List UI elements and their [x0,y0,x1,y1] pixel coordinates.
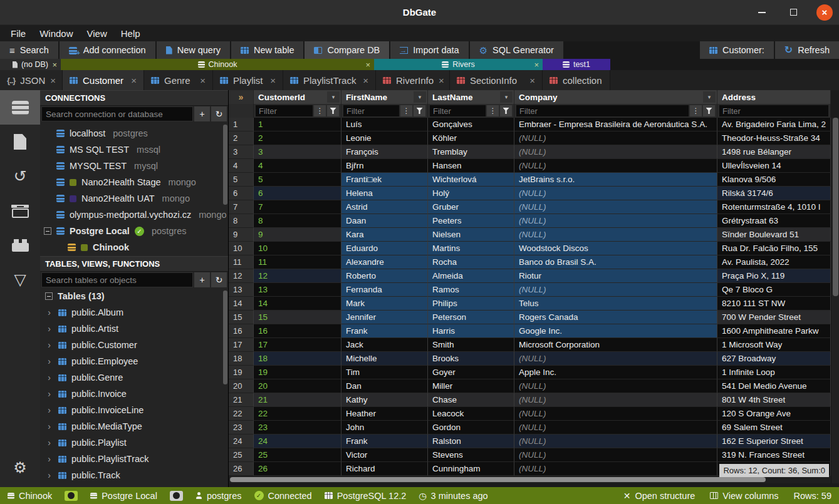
column-header-firstname[interactable]: FirstName▾ [341,90,428,104]
connections-scrollbar-thumb[interactable] [223,125,227,205]
filter-funnel-button[interactable] [703,105,715,116]
grid-cell[interactable]: (NULL) [514,200,717,214]
grid-cell[interactable]: Roberto [341,269,428,283]
toolbar-button-import-data[interactable]: →Import data [390,41,469,59]
grid-cell[interactable]: Grétrystraat 63 [717,214,831,228]
horizontal-scrollbar-thumb[interactable] [230,477,766,482]
grid-cell[interactable]: 17 [254,338,341,352]
grid-cell[interactable]: Leonie [341,131,428,145]
grid-cell[interactable]: Riotur [514,269,717,283]
close-icon[interactable]: × [439,75,444,86]
tab-json[interactable]: {..}JSON× [0,70,63,90]
grid-cell[interactable]: Heather [341,407,428,421]
grid-cell[interactable]: 19 [254,366,341,379]
close-icon[interactable]: × [270,75,276,86]
grid-cell[interactable]: Holý [428,187,514,200]
grid-cell[interactable]: Richard [341,462,428,476]
connection-item[interactable]: localhostpostgres [40,125,228,141]
sidebar-widget-history[interactable]: ↺ [0,159,40,193]
grid-cell[interactable]: Frank [341,324,428,338]
row-number[interactable]: 15 [229,311,254,324]
grid-cell[interactable]: 5 [254,173,341,187]
table-item[interactable]: ›public.Album [40,304,228,321]
filter-funnel-button[interactable] [500,105,512,116]
grid-cell[interactable]: Kara [341,228,428,242]
grid-cell[interactable]: Astrid [341,200,428,214]
row-number[interactable]: 24 [229,435,254,448]
filter-menu-button[interactable]: ⋮ [400,105,412,116]
grid-cell[interactable]: (NULL) [514,407,717,421]
grid-cell[interactable]: Martins [428,242,514,255]
table-item[interactable]: ›public.Genre [40,369,228,386]
grid-cell[interactable]: Peeters [428,214,514,228]
tab-group-chinook[interactable]: Chinook× [61,59,374,70]
table-item[interactable]: ›public.Track [40,467,228,483]
grid-cell[interactable]: Rotenturmstraße 4, 1010 I [717,200,831,214]
grid-cell[interactable]: 1 Infinite Loop [717,366,831,379]
close-icon[interactable]: × [365,60,370,69]
grid-cell[interactable]: Rocha [428,255,514,269]
grid-cell[interactable]: 10 [254,242,341,255]
toolbar-button-compare-db[interactable]: Compare DB [305,41,390,59]
toolbar-button-add-connection[interactable]: +Add connection [60,41,157,59]
grid-cell[interactable]: 15 [254,311,341,324]
grid-cell[interactable]: Nielsen [428,228,514,242]
tab-group-rivers[interactable]: Rivers× [374,59,543,70]
grid-cell[interactable]: (NULL) [514,145,717,159]
row-number[interactable]: 7 [229,200,254,214]
grid-cell[interactable]: Google Inc. [514,324,717,338]
grid-cell[interactable]: 7 [254,200,341,214]
row-number[interactable]: 26 [229,462,254,476]
grid-cell[interactable]: 22 [254,407,341,421]
filter-input-firstname[interactable] [343,105,399,116]
table-item[interactable]: ›public.PlaylistTrack [40,451,228,467]
grid-cell[interactable]: (NULL) [514,448,717,462]
status-action-open-structure[interactable]: ✕Open structure [623,491,696,501]
grid-cell[interactable]: Goyer [428,366,514,379]
collapse-icon[interactable] [45,292,53,300]
close-icon[interactable]: × [131,75,137,86]
table-item[interactable]: ›public.Customer [40,337,228,353]
refresh-tables-button[interactable]: ↻ [211,272,227,287]
row-number[interactable]: 5 [229,173,254,187]
grid-cell[interactable]: Ralston [428,435,514,448]
grid-cell[interactable]: Gordon [428,421,514,435]
connection-item[interactable]: olympus-medportal.vychozi.czmongo [40,207,228,223]
tab-riverinfo[interactable]: RiverInfo× [376,70,450,90]
grid-cell[interactable]: Luís [341,118,428,131]
grid-cell[interactable]: 8210 111 ST NW [717,297,831,311]
menu-help[interactable]: Help [114,28,147,39]
tab-genre[interactable]: Genre× [144,70,213,90]
grid-cell[interactable]: 1 Microsoft Way [717,338,831,352]
grid-cell[interactable]: Frank [341,435,428,448]
grid-cell[interactable]: 3 [254,145,341,159]
grid-cell[interactable]: Telus [514,297,717,311]
grid-cell[interactable]: Chase [428,393,514,407]
toolbar-button-customer-[interactable]: Customer: [699,41,774,59]
grid-cell[interactable]: 627 Broadway [717,352,831,366]
tables-search-input[interactable] [41,272,193,287]
toolbar-button-sql-generator[interactable]: ⚙SQL Generator [470,41,565,59]
refresh-connections-button[interactable]: ↻ [211,106,227,121]
grid-cell[interactable]: Miller [428,379,514,393]
grid-cell[interactable]: Daan [341,214,428,228]
filter-input-lastname[interactable] [430,105,486,116]
connection-item[interactable]: Nano2Health UATmongo [40,190,228,207]
tab-customer[interactable]: Customer× [63,70,144,90]
grid-cell[interactable]: 8 [254,214,341,228]
grid-cell[interactable]: Harris [428,324,514,338]
grid-cell[interactable]: 1 [254,118,341,131]
grid-cell[interactable]: 24 [254,435,341,448]
grid-cell[interactable]: (NULL) [514,435,717,448]
grid-cell[interactable]: Dan [341,379,428,393]
tab-playlisttrack[interactable]: PlaylistTrack× [283,70,376,90]
menu-view[interactable]: View [80,28,114,39]
row-number[interactable]: 8 [229,214,254,228]
grid-cell[interactable]: 319 N. Frances Street [717,448,831,462]
grid-cell[interactable]: 801 W 4th Street [717,393,831,407]
tab-sectioninfo[interactable]: SectionInfo× [450,70,543,90]
column-header-lastname[interactable]: LastName▾ [428,90,514,104]
grid-cell[interactable]: Eduardo [341,242,428,255]
grid-cell[interactable]: UllevÍlsveien 14 [717,159,831,173]
grid-cell[interactable]: Philips [428,297,514,311]
